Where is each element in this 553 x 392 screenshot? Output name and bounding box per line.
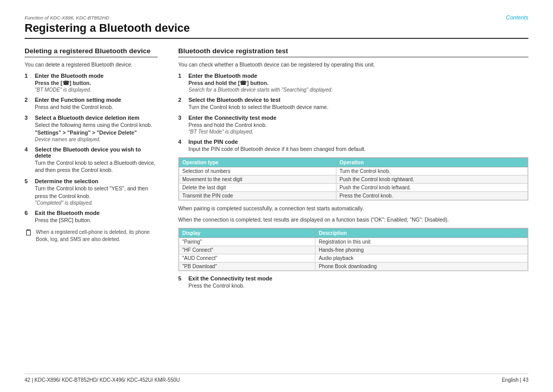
left-step-1: 1 Enter the Bluetooth mode Press the [☎]… xyxy=(25,73,158,93)
table-row: "HF Connect"Hands-free phoning xyxy=(179,246,528,254)
display-table: Display Description "Pairing"Registratio… xyxy=(178,228,528,271)
table-cell: Turn the Control knob. xyxy=(336,167,528,175)
left-column: Deleting a registered Bluetooth device Y… xyxy=(25,47,158,294)
disp-table-header-desc: Description xyxy=(315,229,528,238)
right-step-5: 5 Exit the Connectivity test mode Press … xyxy=(178,275,528,290)
footer-left: 42 | KDC-X896/ KDC-BT852HD/ KDC-X496/ KD… xyxy=(25,377,180,383)
table-row: "AUD Connect"Audio playback xyxy=(179,254,528,263)
table-row: Movement to the next digitPush the Contr… xyxy=(179,175,528,183)
right-step-2: 2 Select the Bluetooth device to test Tu… xyxy=(178,97,528,111)
operation-table: Operation type Operation Selection of nu… xyxy=(178,157,528,201)
table-row: "Pairing"Registration in this unit xyxy=(179,238,528,246)
right-step-3: 3 Enter the Connectivity test mode Press… xyxy=(178,115,528,135)
table-row: Delete the last digitPush the Control kn… xyxy=(179,183,528,191)
left-step-2: 2 Enter the Function setting mode Press … xyxy=(25,97,158,111)
top-bar: Function of KDC-X896, KDC-BT852HD Conten… xyxy=(25,14,528,20)
note-box: 🗒 When a registered cell-phone is delete… xyxy=(25,229,158,243)
table-cell: Hands-free phoning xyxy=(315,246,528,254)
function-of-text: Function of KDC-X896, KDC-BT852HD xyxy=(25,15,109,20)
footer-right: English | 43 xyxy=(502,377,528,383)
right-section-subtitle: You can check whether a Bluetooth device… xyxy=(178,61,528,68)
table-row: Transmit the PIN codePress the Control k… xyxy=(179,191,528,200)
note-icon: 🗒 xyxy=(25,229,33,237)
table-cell: "PB Download" xyxy=(179,263,315,271)
left-section-title: Deleting a registered Bluetooth device xyxy=(25,47,158,57)
table-row: "PB Download"Phone Book downloading xyxy=(179,263,528,271)
function-of-label: Function of KDC-X896, KDC-BT852HD xyxy=(25,14,109,20)
table-cell: Push the Control knob rightward. xyxy=(336,175,528,183)
op-table-header-op: Operation xyxy=(336,158,528,167)
table-cell: Press the Control knob. xyxy=(336,191,528,200)
right-section-title: Bluetooth device registration test xyxy=(178,47,528,57)
footer: 42 | KDC-X896/ KDC-BT852HD/ KDC-X496/ KD… xyxy=(25,374,528,383)
left-section-subtitle: You can delete a registered Bluetooth de… xyxy=(25,61,158,68)
note-text: When a registered cell-phone is deleted,… xyxy=(36,229,158,243)
left-step-5: 5 Determine the selection Turn the Contr… xyxy=(25,178,158,205)
table-cell: Delete the last digit xyxy=(179,183,336,191)
page-title: Registering a Bluetooth device xyxy=(25,21,528,39)
table-cell: Phone Book downloading xyxy=(315,263,528,271)
contents-link[interactable]: Contents xyxy=(506,14,528,20)
right-column: Bluetooth device registration test You c… xyxy=(178,47,528,294)
para-text-2: When the connection is completed, test r… xyxy=(178,216,528,224)
right-step-4: 4 Input the PIN code Input the PIN code … xyxy=(178,139,528,153)
table-cell: Push the Control knob leftward. xyxy=(336,183,528,191)
op-table-header-type: Operation type xyxy=(179,158,336,167)
table-cell: Transmit the PIN code xyxy=(179,191,336,200)
page: Function of KDC-X896, KDC-BT852HD Conten… xyxy=(0,0,553,392)
disp-table-header-display: Display xyxy=(179,229,315,238)
table-cell: "Pairing" xyxy=(179,238,315,246)
left-step-6: 6 Exit the Bluetooth mode Press the [SRC… xyxy=(25,210,158,224)
table-cell: Audio playback xyxy=(315,254,528,263)
right-step-1: 1 Enter the Bluetooth mode Press and hol… xyxy=(178,73,528,93)
table-cell: "HF Connect" xyxy=(179,246,315,254)
table-cell: "AUD Connect" xyxy=(179,254,315,263)
table-cell: Selection of numbers xyxy=(179,167,336,175)
para-text-1: When pairing is completed successfully, … xyxy=(178,205,528,213)
table-cell: Movement to the next digit xyxy=(179,175,336,183)
table-row: Selection of numbersTurn the Control kno… xyxy=(179,167,528,175)
left-step-4: 4 Select the Bluetooth device you wish t… xyxy=(25,146,158,174)
table-cell: Registration in this unit xyxy=(315,238,528,246)
two-col-layout: Deleting a registered Bluetooth device Y… xyxy=(25,47,528,294)
left-step-3: 3 Select a Bluetooth device deletion ite… xyxy=(25,115,158,142)
